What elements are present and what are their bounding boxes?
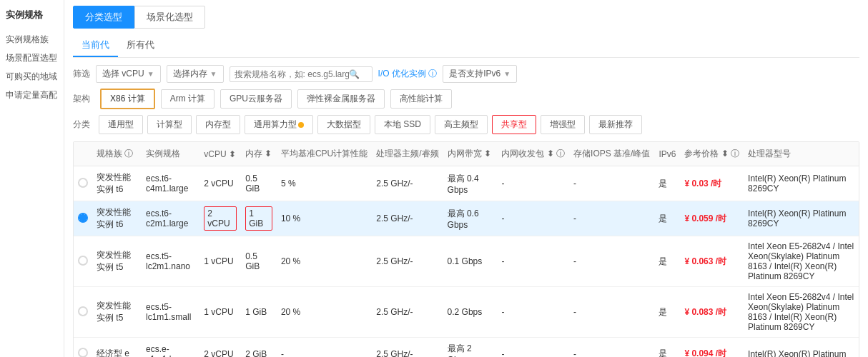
th-iops: 存储IOPS 基准/峰值 (569, 142, 654, 166)
table-row[interactable]: 突发性能实例 t6ecs.t6-c4m1.large2 vCPU0.5 GiB5… (74, 166, 859, 201)
cat-btn-general-compute[interactable]: 通用算力型 (245, 115, 313, 134)
cell-ipv6: 是 (654, 287, 680, 338)
th-cpu-perf: 平均基准CPU计算性能 (277, 142, 372, 166)
search-input[interactable] (235, 69, 349, 79)
search-icon: 🔍 (349, 69, 360, 79)
cell-bandwidth: 0.1 Gbps (443, 236, 498, 287)
io-link[interactable]: I/O 优化实例 ⓘ (378, 68, 438, 80)
cat-btn-bigdata[interactable]: 大数据型 (317, 115, 370, 134)
new-dot (298, 122, 304, 128)
vcpu-select-arrow: ▼ (147, 70, 154, 78)
sidebar-item-region[interactable]: 可购买的地域 (6, 67, 58, 86)
cell-cpu_perf: 20 % (277, 287, 372, 338)
sidebar-item-family[interactable]: 实例规格族 (6, 30, 58, 49)
ipv6-select[interactable]: 是否支持IPv6 ▼ (443, 65, 517, 83)
th-select (74, 142, 92, 166)
cell-spec: ecs.e-c1m1.large (142, 338, 199, 358)
cell-iops: - (569, 166, 654, 201)
cell-cpu_perf: 5 % (277, 166, 372, 201)
filter-row: 筛选 选择 vCPU ▼ 选择内存 ▼ 🔍 I/O 优化实例 ⓘ 是否支持IPv… (73, 65, 859, 83)
cell-proc_model: Intel(R) Xeon(R) Platinum 8269CY (744, 166, 859, 201)
cat-btn-highfreq[interactable]: 高主频型 (435, 115, 488, 134)
cell-proc_model: Intel Xeon E5-2682v4 / Intel Xeon(Skylak… (744, 236, 859, 287)
row-radio[interactable] (78, 306, 88, 316)
cell-price: ¥ 0.094 /时 (680, 338, 744, 358)
cell-processor: 2.5 GHz/- (372, 201, 443, 236)
cell-pps: - (497, 166, 569, 201)
row-radio[interactable] (78, 213, 88, 223)
cat-btn-memory[interactable]: 内存型 (196, 115, 240, 134)
cell-bandwidth: 最高 0.6 Gbps (443, 201, 498, 236)
cell-spec: ecs.t5-lc2m1.nano (142, 236, 199, 287)
subtab-all[interactable]: 所有代 (118, 34, 163, 57)
search-box[interactable]: 🔍 (230, 66, 373, 82)
table-row[interactable]: 突发性能实例 t5ecs.t5-lc2m1.nano1 vCPU0.5 GiB2… (74, 236, 859, 287)
cell-cpu_perf: - (277, 338, 372, 358)
cell-iops: - (569, 338, 654, 358)
instance-table: 规格族 ⓘ 实例规格 vCPU ⬍ 内存 ⬍ 平均基准CPU计算性能 处理器主频… (73, 141, 859, 357)
cat-btn-shared[interactable]: 共享型 (492, 115, 536, 134)
cell-vcpu: 2 vCPU (199, 338, 241, 358)
cell-price: ¥ 0.063 /时 (680, 236, 744, 287)
th-pps[interactable]: 内网收发包 ⬍ ⓘ (497, 142, 569, 166)
row-radio[interactable] (78, 256, 88, 266)
tab-classify[interactable]: 分类选型 (73, 6, 134, 29)
arch-label: 架构 (73, 93, 94, 105)
cell-price: ¥ 0.083 /时 (680, 287, 744, 338)
row-radio[interactable] (78, 348, 88, 357)
th-price[interactable]: 参考价格 ⬍ ⓘ (680, 142, 744, 166)
subtab-current[interactable]: 当前代 (73, 34, 118, 57)
cell-iops: - (569, 236, 654, 287)
cell-cpu_perf: 10 % (277, 201, 372, 236)
cat-btn-latest[interactable]: 最新推荐 (589, 115, 642, 134)
cat-btn-compute[interactable]: 计算型 (147, 115, 192, 134)
th-memory[interactable]: 内存 ⬍ (241, 142, 277, 166)
memory-select-arrow: ▼ (210, 70, 217, 78)
th-vcpu[interactable]: vCPU ⬍ (199, 142, 241, 166)
cell-pps: - (497, 287, 569, 338)
cell-proc_model: Intel(R) Xeon(R) Platinum (744, 338, 859, 358)
table-row[interactable]: 突发性能实例 t5ecs.t5-lc1m1.small1 vCPU1 GiB20… (74, 287, 859, 338)
sub-tabs: 当前代 所有代 (73, 34, 859, 58)
cell-pps: - (497, 201, 569, 236)
cell-processor: 2.5 GHz/- (372, 287, 443, 338)
cat-label: 分类 (73, 119, 94, 131)
table-row[interactable]: 经济型 eecs.e-c1m1.large2 vCPU2 GiB-2.5 GHz… (74, 338, 859, 358)
filter-label: 筛选 (73, 68, 90, 80)
cell-memory: 1 GiB (241, 201, 277, 236)
cat-btn-ssd[interactable]: 本地 SSD (375, 115, 430, 134)
cell-spec: ecs.t6-c4m1.large (142, 166, 199, 201)
memory-select[interactable]: 选择内存 ▼ (167, 65, 224, 83)
th-proc-model: 处理器型号 (744, 142, 859, 166)
arch-btn-arm[interactable]: Arm 计算 (161, 89, 214, 109)
arch-btn-x86[interactable]: X86 计算 (100, 89, 155, 109)
cell-price: ¥ 0.059 /时 (680, 201, 744, 236)
sidebar-item-scene[interactable]: 场景配置选型 (6, 49, 58, 67)
cell-spec: ecs.t6-c2m1.large (142, 201, 199, 236)
cell-proc_model: Intel Xeon E5-2682v4 / Intel Xeon(Skylak… (744, 287, 859, 338)
cat-row: 分类 通用型 计算型 内存型 通用算力型 大数据型 本地 SSD 高主频型 共享… (73, 115, 859, 134)
th-ipv6: IPv6 (654, 142, 680, 166)
th-bandwidth[interactable]: 内网带宽 ⬍ (443, 142, 498, 166)
cell-vcpu: 1 vCPU (199, 236, 241, 287)
vcpu-select[interactable]: 选择 vCPU ▼ (96, 65, 161, 83)
cell-iops: - (569, 287, 654, 338)
cell-spec: ecs.t5-lc1m1.small (142, 287, 199, 338)
arch-btn-bare[interactable]: 弹性裸金属服务器 (297, 89, 385, 109)
cell-family: 突发性能实例 t6 (92, 201, 142, 236)
arch-row: 架构 X86 计算 Arm 计算 GPU云服务器 弹性裸金属服务器 高性能计算 (73, 89, 859, 109)
cell-price: ¥ 0.03 /时 (680, 166, 744, 201)
cell-bandwidth: 0.2 Gbps (443, 287, 498, 338)
cat-btn-general[interactable]: 通用型 (99, 115, 143, 134)
cell-memory: 1 GiB (241, 287, 277, 338)
table-row[interactable]: 突发性能实例 t6ecs.t6-c2m1.large2 vCPU1 GiB10 … (74, 201, 859, 236)
cell-processor: 2.5 GHz/- (372, 166, 443, 201)
arch-btn-hpc[interactable]: 高性能计算 (390, 89, 452, 109)
tab-scene[interactable]: 场景化选型 (134, 6, 205, 29)
table-header: 规格族 ⓘ 实例规格 vCPU ⬍ 内存 ⬍ 平均基准CPU计算性能 处理器主频… (74, 142, 859, 166)
sidebar-item-quota[interactable]: 申请定量高配 (6, 86, 58, 104)
arch-btn-gpu[interactable]: GPU云服务器 (220, 89, 292, 109)
cell-pps: - (497, 236, 569, 287)
row-radio[interactable] (78, 178, 88, 188)
cat-btn-enhanced[interactable]: 增强型 (541, 115, 585, 134)
